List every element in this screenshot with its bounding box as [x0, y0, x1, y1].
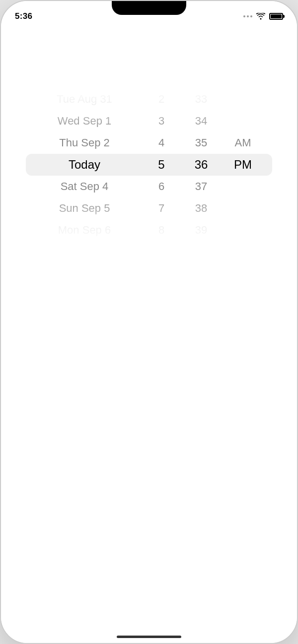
date-cell-5: Sun Sep 5: [59, 197, 110, 219]
battery-icon: [269, 13, 283, 20]
minute-column[interactable]: 33 34 35 36 37 38: [181, 88, 221, 241]
status-icons: [243, 13, 283, 20]
list-item: 34: [181, 110, 221, 132]
list-item: 35: [181, 132, 221, 154]
wifi-icon: [256, 13, 265, 20]
ampm-cell-3: PM: [234, 154, 252, 176]
minute-cell-2: 35: [195, 132, 207, 154]
hour-cell-2: 4: [158, 132, 164, 154]
list-item: 33: [181, 88, 221, 110]
list-item: 39: [181, 219, 221, 241]
hour-cell-6: 8: [158, 219, 164, 241]
list-item: 37: [181, 176, 221, 197]
minute-cell-6: 39: [195, 219, 207, 241]
list-item: 7: [142, 197, 181, 219]
hour-cell-5: 7: [158, 197, 164, 219]
list-item: [225, 176, 261, 197]
battery-fill: [271, 14, 282, 18]
list-item: Tue Aug 31: [37, 88, 132, 110]
list-item: 36: [181, 154, 221, 176]
list-item: 3: [142, 110, 181, 132]
hour-cell-3: 5: [158, 154, 164, 176]
list-item: Sat Sep 4: [37, 176, 132, 197]
list-item: Today: [37, 154, 132, 176]
hour-cell-4: 6: [158, 176, 164, 197]
date-cell-2: Thu Sep 2: [59, 132, 110, 154]
list-item: PM: [225, 154, 261, 176]
hour-cell-0: 2: [158, 88, 164, 110]
list-item: [225, 219, 261, 241]
list-item: Wed Sep 1: [37, 110, 132, 132]
date-cell-3: Today: [69, 154, 100, 176]
hour-cell-1: 3: [158, 110, 164, 132]
main-content: Tue Aug 31 Wed Sep 1 Thu Sep 2 Today Sat…: [1, 26, 297, 643]
phone-frame: 5:36: [0, 0, 298, 644]
date-cell-0: Tue Aug 31: [57, 88, 112, 110]
date-cell-6: Mon Sep 6: [58, 219, 111, 241]
status-time: 5:36: [15, 11, 32, 21]
list-item: [225, 88, 261, 110]
list-item: Sun Sep 5: [37, 197, 132, 219]
ampm-column[interactable]: AM PM: [221, 88, 261, 241]
picker-wheel: Tue Aug 31 Wed Sep 1 Thu Sep 2 Today Sat…: [1, 85, 297, 244]
list-item: 38: [181, 197, 221, 219]
hour-column[interactable]: 2 3 4 5 6 7: [142, 88, 181, 241]
date-column[interactable]: Tue Aug 31 Wed Sep 1 Thu Sep 2 Today Sat…: [37, 88, 142, 241]
list-item: Thu Sep 2: [37, 132, 132, 154]
datetime-picker[interactable]: Tue Aug 31 Wed Sep 1 Thu Sep 2 Today Sat…: [1, 85, 297, 244]
minute-cell-4: 37: [195, 176, 207, 197]
home-indicator[interactable]: [117, 636, 181, 638]
list-item: 4: [142, 132, 181, 154]
list-item: AM: [225, 132, 261, 154]
list-item: 2: [142, 88, 181, 110]
list-item: 8: [142, 219, 181, 241]
list-item: 6: [142, 176, 181, 197]
notch: [112, 1, 186, 15]
date-cell-4: Sat Sep 4: [61, 176, 109, 197]
minute-cell-1: 34: [195, 110, 207, 132]
signal-icon: [243, 15, 252, 17]
minute-cell-0: 33: [195, 88, 207, 110]
list-item: 5: [142, 154, 181, 176]
list-item: [225, 110, 261, 132]
minute-cell-3: 36: [195, 154, 208, 176]
ampm-cell-2: AM: [235, 132, 251, 154]
minute-cell-5: 38: [195, 197, 207, 219]
date-cell-1: Wed Sep 1: [58, 110, 111, 132]
list-item: [225, 197, 261, 219]
list-item: Mon Sep 6: [37, 219, 132, 241]
